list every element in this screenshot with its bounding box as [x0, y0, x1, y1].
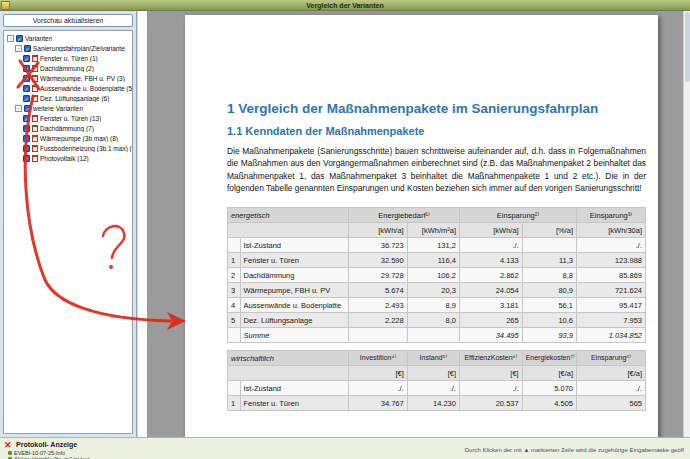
- table-row[interactable]: Ist-Zustand36.723131,2./../.: [228, 238, 646, 253]
- tree-item-label: Dachdämmung (7): [40, 125, 94, 132]
- table-cell: 131,2: [407, 238, 459, 253]
- tree-item-label: Varianten: [25, 35, 52, 42]
- tree-checkbox[interactable]: ✓: [23, 65, 30, 72]
- table-row[interactable]: Ist-Zustand./../../.5.070./.: [228, 381, 646, 396]
- tree-checkbox[interactable]: ✓: [23, 145, 30, 152]
- table-cell: 2.862: [459, 268, 522, 283]
- tree-item[interactable]: -✓weitere Varianten: [4, 103, 132, 113]
- tree-item[interactable]: ✓Dez. Lüftungsanlage (6): [4, 93, 132, 103]
- table-row[interactable]: 1Fenster u. Türen34.76714.23020.5374.505…: [228, 396, 646, 411]
- tree-item-label: Fenster u. Türen (13): [40, 115, 101, 122]
- table-row[interactable]: 2Dachdämmung29.728106,22.8628,885.869: [228, 268, 646, 283]
- tree-expander-icon[interactable]: -: [7, 35, 14, 42]
- tree-item[interactable]: -✓Sanierungsfahrplan/Zielvariante: [4, 43, 132, 53]
- table-cell: 2.228: [349, 313, 408, 328]
- col-header-energiebedarf: Energiebedarf¹⁾: [349, 208, 460, 223]
- tree-item-label: Fenster u. Türen (1): [40, 55, 98, 62]
- table-cell: 29.728: [349, 268, 408, 283]
- table-cell: [228, 381, 241, 396]
- unit-eur-a-1: [€/a]: [522, 366, 576, 381]
- table-row[interactable]: 3Wärmepumpe, FBH u. PV5.67420,324.05480,…: [228, 283, 646, 298]
- table-row[interactable]: 4Aussenwände u. Bodenplatte2.4938,93.181…: [228, 298, 646, 313]
- table-cell: 3: [228, 283, 241, 298]
- tree-checkbox[interactable]: ✓: [23, 55, 30, 62]
- unit-kwh-30a: [kWh/30a]: [576, 223, 645, 238]
- tree-item[interactable]: -✓Varianten: [4, 33, 132, 43]
- table-cell: 4.133: [459, 253, 522, 268]
- tree-item[interactable]: ✓Fussbodenheizung (3b.1 max) (9): [4, 143, 132, 153]
- table-cell: [349, 328, 408, 343]
- table-row[interactable]: 1Fenster u. Türen32.590116,44.13311,3123…: [228, 253, 646, 268]
- table-cell: 116,4: [407, 253, 459, 268]
- doc-heading-1: 1 Vergleich der Maßnahmenpakete im Sanie…: [227, 101, 646, 116]
- tree-item[interactable]: ✓Fenster u. Türen (1): [4, 53, 132, 63]
- unit-eur-1: [€]: [349, 366, 408, 381]
- table-cell: 721.624: [576, 283, 645, 298]
- tree-checkbox[interactable]: ✓: [23, 135, 30, 142]
- table-cell: 4: [228, 298, 241, 313]
- table-cell: Fenster u. Türen: [240, 253, 349, 268]
- preview-gutter: [138, 11, 147, 437]
- table-row[interactable]: Summe34.49593,91.034.852: [228, 328, 646, 343]
- status-hint: Durch Klicken der mit ▲ markierten Zeile…: [465, 447, 684, 453]
- tree-checkbox[interactable]: ✓: [23, 75, 30, 82]
- table-cell: ./.: [407, 381, 459, 396]
- table-cell: 34.767: [349, 396, 408, 411]
- table-cell: Summe: [240, 328, 349, 343]
- table-cell: 123.988: [576, 253, 645, 268]
- variants-sidebar: Vorschau aktualisieren -✓Varianten-✓Sani…: [0, 11, 137, 437]
- table-cell: ./.: [349, 381, 408, 396]
- table-cell: 265: [459, 313, 522, 328]
- energy-units-row: [kWh/a] [kWh/m²a] [kWh/a] [%/a] [kWh/30a…: [228, 223, 646, 238]
- tree-expander-icon[interactable]: -: [15, 45, 22, 52]
- tree-checkbox[interactable]: ✓: [23, 155, 30, 162]
- tree-checkbox[interactable]: ✓: [24, 105, 31, 112]
- table-cell: [228, 328, 241, 343]
- tree-checkbox[interactable]: ✓: [23, 95, 30, 102]
- error-close-icon[interactable]: ✕: [4, 441, 12, 450]
- tree-item-label: Wärmepumpe, FBH u. PV (3): [40, 75, 125, 82]
- tree-item[interactable]: ✓Wärmepumpe (3b max) (8): [4, 133, 132, 143]
- table-cell: 4.505: [522, 396, 576, 411]
- tree-item[interactable]: ✓Dachdämmung (7): [4, 123, 132, 133]
- unit-pct-a: [%/a]: [522, 223, 576, 238]
- col-header-einsparung: Einsparung⁸⁾: [576, 351, 645, 366]
- tree-item[interactable]: ✓Photovoltaik (12): [4, 153, 132, 163]
- unit-eur-a-2: [€/a]: [576, 366, 645, 381]
- tree-item[interactable]: ✓Wärmepumpe, FBH u. PV (3): [4, 73, 132, 83]
- variants-tree: -✓Varianten-✓Sanierungsfahrplan/Zielvari…: [3, 30, 133, 434]
- tree-checkbox[interactable]: ✓: [23, 85, 30, 92]
- refresh-preview-button[interactable]: Vorschau aktualisieren: [3, 14, 133, 27]
- window-titlebar: Vergleich der Varianten: [0, 0, 690, 11]
- protocol-title: Protokoll- Anzeige: [16, 441, 77, 448]
- units-spacer: [228, 223, 349, 238]
- units-spacer: [228, 366, 349, 381]
- tree-checkbox[interactable]: ✓: [24, 45, 31, 52]
- tree-checkbox[interactable]: ✓: [23, 125, 30, 132]
- tree-item-label: Photovoltaik (12): [40, 155, 89, 162]
- unit-kwh-a-2: [kWh/a]: [459, 223, 522, 238]
- variant-doc-icon: [32, 75, 38, 82]
- variant-doc-icon: [32, 65, 38, 72]
- doc-paragraph: Die Maßnahmenpakete (Sanierungsschritte)…: [227, 145, 646, 194]
- vertical-scrollbar[interactable]: [683, 11, 690, 437]
- table-cell: Aussenwände u. Bodenplatte: [240, 298, 349, 313]
- tree-item[interactable]: ✓Fenster u. Türen (13): [4, 113, 132, 123]
- table-cell: 20,3: [407, 283, 459, 298]
- variant-doc-icon: [32, 145, 38, 152]
- table-cell: 34.495: [459, 328, 522, 343]
- table-row[interactable]: 5Dez. Lüftungsanlage2.2288,026510,67.953: [228, 313, 646, 328]
- tree-item[interactable]: ✓Aussenwände u. Bodenplatte (5): [4, 83, 132, 93]
- tree-checkbox[interactable]: ✓: [23, 115, 30, 122]
- energy-header-row: energetisch Energiebedarf¹⁾ Einsparung²⁾…: [228, 208, 646, 223]
- energy-group-label: energetisch: [228, 208, 349, 223]
- tree-checkbox[interactable]: ✓: [16, 35, 23, 42]
- table-cell: Fenster u. Türen: [240, 396, 349, 411]
- scrollbar-thumb[interactable]: [685, 12, 690, 82]
- economy-group-label: wirtschaftlich: [228, 351, 349, 366]
- tree-item[interactable]: ✓Dachdämmung (2): [4, 63, 132, 73]
- table-cell: 565: [576, 396, 645, 411]
- document-page: 1 Vergleich der Maßnahmenpakete im Sanie…: [185, 15, 658, 437]
- tree-expander-icon[interactable]: -: [15, 105, 22, 112]
- variant-doc-icon: [32, 135, 38, 142]
